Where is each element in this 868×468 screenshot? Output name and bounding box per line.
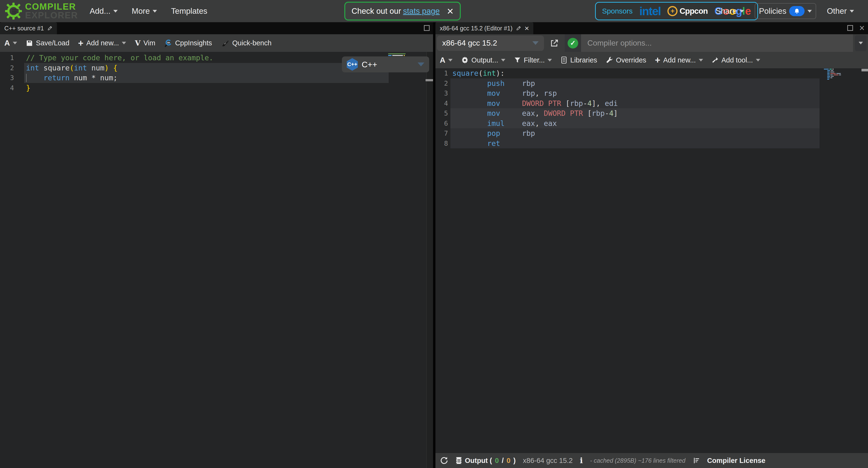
source-code-editor[interactable]: 1// Type your code here, or load an exam… <box>0 52 433 468</box>
code-text: square(int): <box>451 68 819 79</box>
info-icon[interactable]: i <box>580 456 583 465</box>
edit-icon[interactable] <box>516 26 521 31</box>
add-tool-menu[interactable]: Add tool... <box>712 56 760 64</box>
book-icon <box>561 56 567 64</box>
close-icon[interactable]: × <box>859 25 865 31</box>
code-text: return num * num; <box>24 73 389 83</box>
maximize-icon[interactable] <box>847 25 853 31</box>
check-icon: ✓ <box>567 38 578 49</box>
scrollbar[interactable] <box>426 52 433 468</box>
recompile-button[interactable] <box>440 456 448 465</box>
overrides-button[interactable]: Overrides <box>606 56 646 64</box>
compiler-select[interactable]: x86-64 gcc 15.2 <box>437 35 544 51</box>
output-menu[interactable]: Output... <box>461 56 505 64</box>
code-line-7[interactable]: 7 pop rbp <box>435 128 868 139</box>
code-line-2[interactable]: 2 push rbp <box>435 79 868 89</box>
quickbench-button[interactable]: Quick-bench <box>221 39 272 48</box>
save-load-button[interactable]: Save/Load <box>26 39 69 47</box>
line-number: 1 <box>0 53 14 63</box>
scrollbar-marker[interactable] <box>862 69 868 71</box>
code-line-8[interactable]: 8 ret <box>435 139 868 149</box>
code-line-4[interactable]: 4} <box>0 83 433 93</box>
edit-icon[interactable] <box>47 26 53 31</box>
stats-page-link[interactable]: stats page <box>403 6 439 16</box>
chevron-down-icon <box>13 42 17 45</box>
output-error-count: 0 <box>506 457 510 465</box>
line-number: 4 <box>435 98 448 109</box>
source-toolbar: A Save/Load + Add new... V Vim <box>0 34 433 52</box>
quickbench-cheetah-icon <box>221 39 229 48</box>
pane-splitter[interactable] <box>433 22 435 468</box>
chevron-down-icon <box>153 10 157 12</box>
compiler-toolbar: A Output... Filter... <box>435 52 868 68</box>
code-text: push rbp <box>451 79 819 89</box>
options-dropdown-button[interactable] <box>855 35 867 51</box>
vim-toggle-button[interactable]: V Vim <box>135 39 155 47</box>
maximize-icon[interactable] <box>424 25 430 31</box>
cppcon-logo[interactable]: + Cppcon <box>668 6 708 16</box>
banner-close-icon[interactable]: × <box>447 6 454 16</box>
pane-resize-handle[interactable] <box>426 79 433 81</box>
cppcon-ring-icon: + <box>668 6 678 16</box>
code-line-3[interactable]: 3 mov rbp, rsp <box>435 88 868 98</box>
language-select[interactable]: C++ C++ <box>342 56 429 72</box>
gear-logo-icon <box>4 2 23 20</box>
code-line-5[interactable]: 5 mov eax, DWORD PTR [rbp-4] <box>435 108 868 118</box>
tab-cpp-source[interactable]: C++ source #1 <box>0 22 57 34</box>
share-menu[interactable]: Share <box>716 6 744 16</box>
chevron-down-icon <box>113 10 118 12</box>
policies-menu[interactable]: Policies <box>755 3 816 19</box>
code-line-6[interactable]: 6 imul eax, eax <box>435 118 868 128</box>
cppinsights-button[interactable]: CppInsights <box>164 39 212 47</box>
chevron-down-icon <box>417 62 424 66</box>
font-size-button[interactable]: A <box>4 38 17 48</box>
code-text: mov rbp, rsp <box>451 88 819 98</box>
templates-button[interactable]: Templates <box>171 6 207 16</box>
save-icon <box>26 39 33 47</box>
add-new-menu[interactable]: + Add new... <box>78 39 126 47</box>
compiler-license-button[interactable]: Compiler License <box>707 457 766 465</box>
compiler-options-input[interactable] <box>581 34 853 52</box>
code-line-1[interactable]: 1square(int): <box>435 68 868 79</box>
wrench-icon <box>606 56 613 64</box>
compiler-explorer-logo[interactable]: COMPILER EXPLORER <box>4 2 78 20</box>
compiler-row: x86-64 gcc 15.2 ✓ <box>435 34 868 52</box>
gear-icon <box>461 56 468 64</box>
sort-icon[interactable] <box>693 457 700 464</box>
chevron-down-icon <box>532 41 539 45</box>
line-number: 1 <box>435 68 448 79</box>
filter-menu[interactable]: Filter... <box>514 56 552 64</box>
add-new-menu[interactable]: + Add new... <box>655 56 703 64</box>
workspace: C++ source #1 A Save/Load + <box>0 22 868 468</box>
add-menu[interactable]: Add... <box>90 6 118 16</box>
chevron-down-icon <box>807 10 812 12</box>
stats-banner: Check out our stats page × <box>344 2 461 21</box>
close-icon[interactable]: × <box>525 25 529 31</box>
output-button[interactable]: Output (0/0) <box>456 457 516 465</box>
logo-title: COMPILER <box>25 2 78 11</box>
tab-compiler-output[interactable]: x86-64 gcc 15.2 (Editor #1) × <box>435 22 533 34</box>
code-text: mov DWORD PTR [rbp-4], edi <box>451 98 819 109</box>
code-line-4[interactable]: 4 mov DWORD PTR [rbp-4], edi <box>435 98 868 109</box>
libraries-button[interactable]: Libraries <box>561 56 597 64</box>
cache-note: - cached (2895B) ~176 lines filtered <box>590 457 685 464</box>
compiler-tabbar: x86-64 gcc 15.2 (Editor #1) × × <box>435 22 868 34</box>
nav-menus: Add... More Templates <box>90 0 207 22</box>
other-menu[interactable]: Other <box>827 6 854 16</box>
font-size-button[interactable]: A <box>440 56 453 65</box>
source-tabbar: C++ source #1 <box>0 22 433 34</box>
code-line-3[interactable]: 3 return num * num; <box>0 73 433 83</box>
code-text: } <box>24 83 389 93</box>
plus-icon: + <box>78 39 84 47</box>
bell-icon <box>794 8 800 14</box>
asm-minimap[interactable] <box>824 69 850 80</box>
open-compiler-button[interactable] <box>544 38 565 48</box>
more-menu[interactable]: More <box>132 6 157 16</box>
line-number: 4 <box>0 83 14 93</box>
funnel-icon <box>514 57 521 63</box>
intel-logo[interactable]: intel <box>640 5 661 18</box>
asm-output-editor[interactable]: 1square(int):2 push rbp3 mov rbp, rsp4 m… <box>435 68 868 453</box>
chevron-down-icon <box>740 10 744 12</box>
line-number: 8 <box>435 139 448 149</box>
screwdriver-icon <box>712 57 718 63</box>
